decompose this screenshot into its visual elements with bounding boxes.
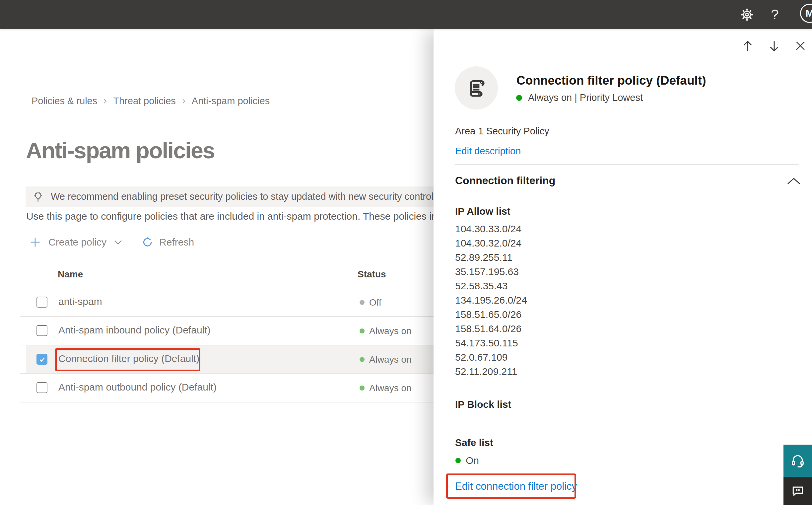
command-bar: Create policy Refresh (29, 233, 194, 251)
arrow-up-icon (741, 39, 755, 53)
edit-description-link[interactable]: Edit description (455, 146, 521, 157)
section-title-connection-filtering: Connection filtering (455, 175, 555, 187)
policy-name-link[interactable]: anti-spam (58, 296, 102, 307)
speech-bubble-icon (790, 484, 805, 498)
check-icon (38, 355, 46, 363)
ip-entry: 52.89.255.11 (455, 250, 527, 265)
breadcrumb-policies-rules[interactable]: Policies & rules (31, 96, 97, 107)
policy-description: Area 1 Security Policy (455, 126, 549, 137)
row-divider (20, 402, 441, 402)
top-app-bar: ? M (0, 0, 812, 29)
status-dot-on (360, 328, 365, 333)
ip-allow-list-title: IP Allow list (455, 206, 511, 217)
policy-name-link[interactable]: Anti-spam inbound policy (Default) (58, 325, 211, 336)
close-icon (794, 39, 807, 52)
increase-priority-button[interactable] (740, 38, 756, 54)
policy-details-flyout: Connection filter policy (Default) Alway… (433, 29, 812, 505)
status-label: Always on (369, 326, 412, 336)
section-divider (455, 165, 799, 165)
ip-entry: 54.173.50.115 (455, 336, 527, 350)
safe-list-status: On (455, 455, 479, 466)
policy-name-link[interactable]: Anti-spam outbound policy (Default) (58, 381, 217, 393)
ip-entry: 52.11.209.211 (455, 364, 527, 379)
status-dot-on (360, 357, 365, 362)
chevron-right-icon (181, 99, 186, 104)
chevron-down-icon (114, 239, 123, 245)
row-checkbox[interactable] (36, 325, 47, 336)
help-button[interactable]: ? (762, 0, 788, 29)
arrow-down-icon (767, 39, 781, 53)
avatar-initial: M (806, 8, 812, 19)
status-label: Off (369, 297, 381, 308)
row-checkbox-checked[interactable] (36, 354, 47, 365)
policy-name-link[interactable]: Connection filter policy (Default) (58, 353, 199, 364)
support-button[interactable] (784, 445, 812, 477)
table-row[interactable]: anti-spam Off (0, 288, 441, 317)
ip-block-list-title: IP Block list (455, 399, 512, 410)
ip-entry: 35.157.195.63 (455, 265, 527, 279)
ip-entry: 158.51.64.0/26 (455, 322, 527, 336)
row-checkbox[interactable] (36, 297, 47, 308)
ip-entry: 158.51.65.0/26 (455, 307, 527, 322)
refresh-label: Refresh (159, 236, 194, 248)
breadcrumb-anti-spam-policies[interactable]: Anti-spam policies (192, 96, 270, 107)
panel-title: Connection filter policy (Default) (517, 74, 706, 88)
policy-avatar (455, 66, 498, 110)
refresh-button[interactable]: Refresh (141, 236, 194, 248)
edit-connection-filter-policy-link[interactable]: Edit connection filter policy (455, 480, 577, 492)
status-label: Always on (369, 383, 412, 393)
ip-entry: 52.0.67.109 (455, 350, 527, 364)
page-title: Anti-spam policies (26, 137, 215, 163)
row-checkbox[interactable] (36, 382, 47, 393)
avatar[interactable]: M (800, 4, 812, 23)
safe-list-title: Safe list (455, 437, 493, 448)
status-label: Always on (369, 354, 412, 365)
column-header-name[interactable]: Name (58, 269, 83, 280)
ip-entry: 104.30.32.0/24 (455, 236, 527, 250)
create-policy-label: Create policy (48, 236, 107, 248)
table-row[interactable]: Anti-spam outbound policy (Default) Alwa… (0, 374, 441, 402)
feedback-button[interactable] (784, 477, 812, 505)
ip-entry: 134.195.26.0/24 (455, 293, 527, 307)
plus-icon (29, 236, 41, 248)
status-dot-on (455, 458, 461, 463)
ip-entry: 104.30.33.0/24 (455, 222, 527, 236)
status-dot-on (360, 385, 365, 390)
ip-allow-list: 104.30.33.0/24 104.30.32.0/24 52.89.255.… (455, 222, 527, 379)
status-dot-off (360, 300, 365, 305)
decrease-priority-button[interactable] (766, 38, 782, 54)
close-panel-button[interactable] (792, 38, 808, 54)
chevron-up-icon (786, 177, 801, 185)
create-policy-button[interactable]: Create policy (29, 236, 123, 248)
help-icon: ? (771, 7, 779, 23)
breadcrumb: Policies & rules Threat policies Anti-sp… (31, 96, 270, 107)
headset-icon (790, 453, 806, 469)
chevron-right-icon (103, 99, 108, 104)
settings-button[interactable] (734, 0, 760, 29)
panel-status-text: Always on | Priority Lowest (528, 92, 643, 103)
collapse-section-button[interactable] (785, 175, 802, 188)
table-row-selected[interactable]: Connection filter policy (Default) Alway… (0, 345, 441, 374)
refresh-icon (141, 236, 153, 248)
panel-status: Always on | Priority Lowest (516, 92, 643, 103)
breadcrumb-threat-policies[interactable]: Threat policies (113, 96, 176, 107)
ip-entry: 52.58.35.43 (455, 279, 527, 293)
scroll-icon (465, 77, 487, 99)
table-row[interactable]: Anti-spam inbound policy (Default) Alway… (0, 317, 441, 345)
lightbulb-icon (32, 191, 44, 203)
safe-list-status-text: On (466, 455, 479, 466)
column-header-status[interactable]: Status (358, 269, 386, 280)
status-dot-on (516, 95, 522, 101)
page-description: Use this page to configure policies that… (26, 211, 497, 222)
gear-icon (740, 7, 754, 22)
